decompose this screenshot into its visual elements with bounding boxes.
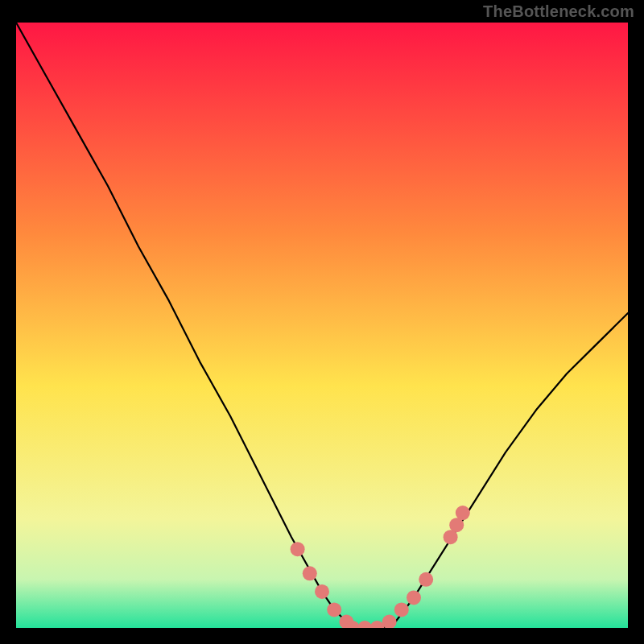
watermark-text: TheBottleneck.com [483, 0, 634, 23]
plot-area [16, 23, 628, 628]
marker-point [456, 506, 470, 520]
marker-point [315, 584, 329, 599]
chart-frame: TheBottleneck.com [0, 0, 644, 644]
marker-point [394, 602, 409, 617]
marker-point [291, 542, 305, 556]
marker-point [303, 566, 317, 580]
marker-point [407, 590, 421, 605]
gradient-background [16, 23, 628, 628]
chart-svg [16, 23, 628, 628]
marker-point [419, 572, 433, 587]
marker-point [327, 602, 341, 617]
